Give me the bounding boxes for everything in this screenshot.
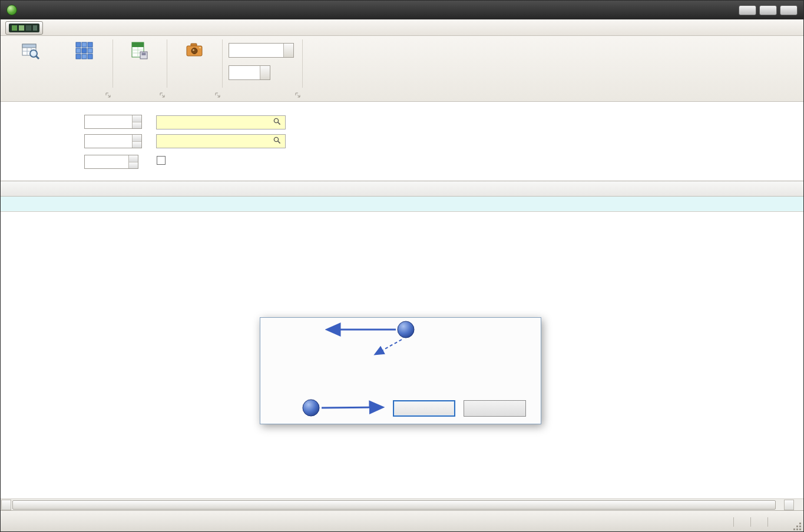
scrollbar-thumb[interactable] bbox=[12, 500, 776, 510]
scroll-left-button[interactable] bbox=[1, 500, 11, 510]
only-contract-items-checkbox[interactable] bbox=[157, 156, 166, 165]
save-layout-button[interactable] bbox=[6, 39, 55, 64]
group-dialog-launcher-icon[interactable] bbox=[105, 92, 111, 99]
minimize-button[interactable] bbox=[739, 5, 756, 15]
meter1-spin-buttons bbox=[132, 115, 141, 128]
site-type-dropdown[interactable] bbox=[229, 65, 270, 80]
spin-up-icon[interactable] bbox=[133, 115, 141, 122]
group-separator bbox=[167, 39, 167, 88]
no-button[interactable] bbox=[464, 400, 526, 417]
spin-down-icon[interactable] bbox=[129, 162, 138, 169]
site-dropdown[interactable] bbox=[229, 43, 294, 58]
statusbar-separator bbox=[733, 517, 734, 527]
group-dialog-launcher-icon[interactable] bbox=[295, 92, 300, 99]
only-contract-items-field bbox=[157, 156, 170, 165]
grid-filter-row bbox=[1, 197, 803, 212]
save-layout-icon bbox=[21, 39, 40, 62]
spin-up-icon[interactable] bbox=[129, 155, 138, 162]
group-separator bbox=[222, 39, 223, 88]
group-dialog-launcher-icon[interactable] bbox=[215, 92, 220, 99]
group-dialog-launcher-icon[interactable] bbox=[160, 92, 165, 99]
grid-header-row bbox=[1, 181, 803, 197]
filter-panel bbox=[1, 102, 803, 181]
export-button[interactable] bbox=[115, 39, 163, 64]
group-separator bbox=[302, 39, 303, 88]
site-dropdown-caret-icon[interactable] bbox=[283, 44, 293, 57]
window-controls bbox=[739, 5, 798, 15]
workspaces-button[interactable] bbox=[58, 39, 110, 65]
bpo-logo-icon bbox=[6, 5, 17, 15]
export-xlsx-icon bbox=[130, 39, 148, 62]
application-menu-icon bbox=[9, 24, 39, 32]
generate-snapshot-button[interactable] bbox=[169, 39, 220, 64]
meter2-spin-buttons bbox=[132, 135, 141, 148]
statusbar-info bbox=[725, 517, 776, 527]
titlebar bbox=[1, 1, 803, 19]
period-spin-buttons bbox=[128, 155, 138, 168]
maximize-button[interactable] bbox=[759, 5, 777, 15]
spin-down-icon[interactable] bbox=[133, 141, 141, 148]
workspaces-icon bbox=[75, 39, 93, 62]
yes-button[interactable] bbox=[393, 400, 455, 417]
horizontal-scrollbar[interactable] bbox=[1, 498, 803, 510]
ribbon-tab-row bbox=[1, 19, 803, 36]
meter2-value bbox=[85, 135, 132, 148]
statusbar-separator bbox=[767, 517, 768, 527]
spin-up-icon[interactable] bbox=[133, 135, 141, 141]
app-window bbox=[0, 0, 804, 532]
application-menu-button[interactable] bbox=[5, 21, 43, 35]
statusbar-separator bbox=[750, 517, 751, 527]
site-type-dropdown-caret-icon[interactable] bbox=[260, 66, 270, 79]
scroll-right-button[interactable] bbox=[784, 500, 794, 510]
search-icon[interactable] bbox=[273, 137, 281, 146]
task-schedule-dialog bbox=[260, 317, 541, 424]
spin-down-icon[interactable] bbox=[133, 122, 141, 129]
search-icon[interactable] bbox=[273, 118, 281, 127]
mono-meter-search-input[interactable] bbox=[156, 134, 286, 148]
ribbon bbox=[1, 36, 803, 102]
meter2-stepper[interactable] bbox=[84, 134, 142, 148]
statusbar bbox=[1, 510, 803, 532]
meter1-value bbox=[85, 115, 132, 128]
colour-meter-search-input[interactable] bbox=[156, 115, 286, 129]
snapshot-camera-icon bbox=[185, 39, 204, 62]
ribbon-group-labels bbox=[1, 88, 803, 101]
group-separator bbox=[113, 39, 113, 88]
meter1-stepper[interactable] bbox=[84, 115, 142, 129]
resize-grip[interactable] bbox=[793, 522, 801, 530]
close-button[interactable] bbox=[780, 5, 798, 15]
period-days-value bbox=[85, 155, 128, 168]
period-days-stepper[interactable] bbox=[84, 155, 138, 169]
